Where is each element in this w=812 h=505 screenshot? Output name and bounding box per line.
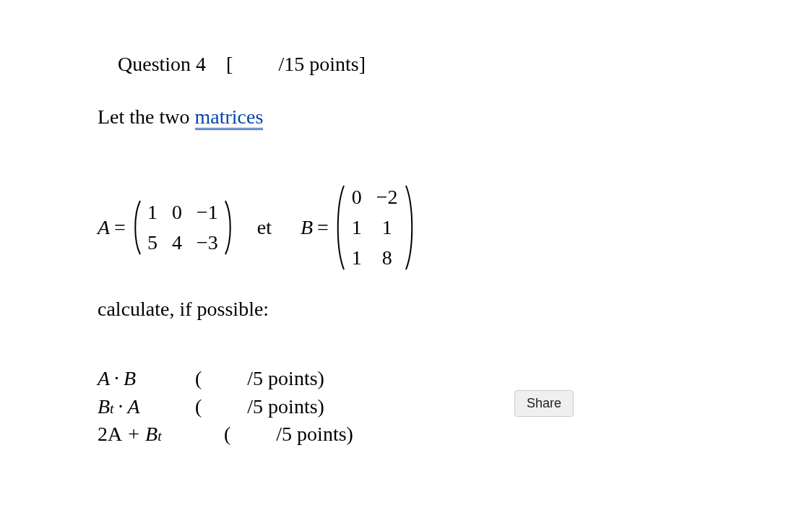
matrix-b-var: B [301, 215, 313, 241]
share-button[interactable]: Share [514, 390, 574, 417]
paren-left-icon [334, 181, 346, 275]
document-content: Question 4 [ /15 points] Let the two mat… [0, 0, 812, 447]
matrices-link[interactable]: matrices [195, 105, 264, 130]
matrix-cell: 4 [172, 230, 182, 256]
matrix-b-block: B = 0 −2 1 1 1 8 [301, 181, 417, 275]
matrix-cell: −3 [196, 230, 218, 256]
matrix-a: 1 0 −1 5 4 −3 [131, 197, 234, 259]
matrix-cell: 1 [147, 199, 157, 225]
matrix-a-var: A [98, 215, 110, 241]
paren-right-icon [404, 181, 415, 275]
matrix-b: 0 −2 1 1 1 8 [334, 181, 415, 275]
total-points: /15 points] [278, 53, 366, 75]
task-expression: 2A + Bt [98, 421, 224, 447]
connector-et: et [257, 215, 272, 241]
matrix-cell: 1 [382, 215, 392, 241]
task-expression: Bt · A [98, 394, 195, 420]
task-row: 2A + Bt ( /5 points) [98, 421, 812, 447]
paren-right-icon [224, 197, 234, 259]
calculate-label: calculate, if possible: [98, 296, 812, 322]
paren-left-icon [131, 197, 142, 259]
matrix-cell: 0 [352, 184, 362, 210]
task-row: A · B ( /5 points) [98, 366, 812, 392]
matrix-cell: 5 [147, 230, 157, 256]
matrix-a-block: A = 1 0 −1 5 4 −3 [98, 197, 236, 259]
question-label: Question 4 [118, 53, 206, 75]
task-list: A · B ( /5 points) Bt · A ( /5 points) 2… [98, 366, 812, 447]
task-points: ( /5 points) [195, 366, 324, 392]
task-row: Bt · A ( /5 points) [98, 394, 812, 420]
matrix-cell: 0 [172, 199, 182, 225]
intro-line: Let the two matrices [98, 104, 812, 130]
task-expression: A · B [98, 366, 195, 392]
matrix-cell: 8 [382, 245, 392, 271]
matrix-cell: 1 [352, 245, 362, 271]
task-points: ( /5 points) [224, 421, 353, 447]
question-heading: Question 4 [ /15 points] [98, 25, 812, 104]
intro-prefix: Let the two [98, 105, 195, 128]
matrix-cell: −1 [196, 199, 218, 225]
matrix-cell: −2 [376, 184, 398, 210]
task-points: ( /5 points) [195, 394, 324, 420]
equals-sign: = [114, 215, 126, 241]
equals-sign: = [317, 215, 329, 241]
matrix-cell: 1 [352, 215, 362, 241]
matrix-definitions: A = 1 0 −1 5 4 −3 et B [98, 181, 812, 275]
